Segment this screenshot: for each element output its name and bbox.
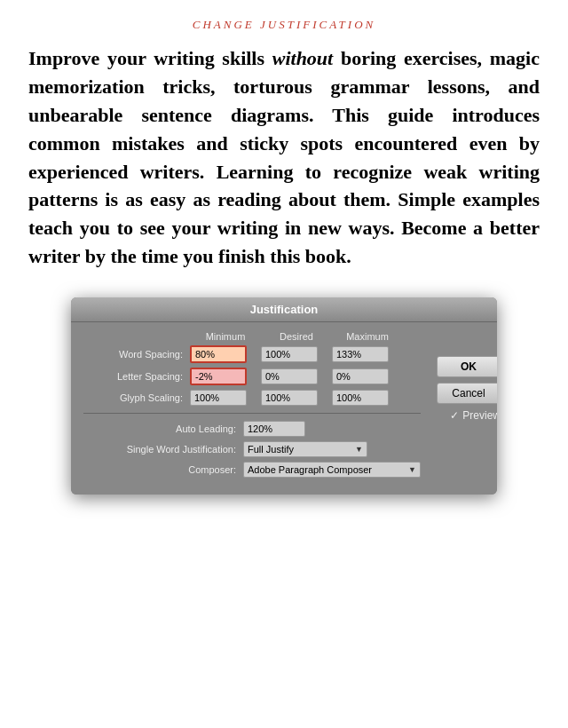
composer-select[interactable]: Adobe Paragraph Composer ▼: [243, 462, 421, 478]
italic-word: without: [272, 47, 333, 69]
glyph-scaling-min[interactable]: [190, 390, 247, 406]
col-min-label: Minimum: [190, 331, 261, 342]
col-max-label: Maximum: [332, 331, 403, 342]
word-spacing-min[interactable]: [190, 345, 247, 363]
composer-value: Adobe Paragraph Composer: [248, 464, 372, 475]
dropdown-arrow-composer-icon: ▼: [408, 465, 416, 474]
auto-leading-row: Auto Leading:: [83, 421, 421, 437]
cancel-button[interactable]: Cancel: [437, 383, 497, 404]
letter-spacing-desired[interactable]: [261, 368, 318, 384]
auto-leading-value[interactable]: [243, 421, 305, 437]
dropdown-arrow-icon: ▼: [355, 445, 363, 454]
glyph-scaling-row: Glyph Scaling:: [83, 390, 421, 406]
justification-dialog: Justification Minimum Desired Maximum Wo…: [71, 297, 497, 495]
glyph-scaling-label: Glyph Scaling:: [83, 392, 190, 403]
letter-spacing-label: Letter Spacing:: [83, 371, 190, 382]
letter-spacing-max[interactable]: [332, 368, 389, 384]
col-desired-label: Desired: [261, 331, 332, 342]
glyph-scaling-desired[interactable]: [261, 390, 318, 406]
word-spacing-desired[interactable]: [261, 346, 318, 362]
column-headers: Minimum Desired Maximum: [83, 331, 421, 342]
body-text: Improve your writing skills without bori…: [27, 44, 541, 271]
single-word-row: Single Word Justification: Full Justify …: [83, 441, 421, 457]
preview-label[interactable]: Preview: [462, 409, 497, 422]
dialog-left-panel: Minimum Desired Maximum Word Spacing: Le…: [83, 331, 421, 482]
word-spacing-max[interactable]: [332, 346, 389, 362]
preview-checkmark-icon: ✓: [450, 409, 459, 422]
letter-spacing-min[interactable]: [190, 368, 247, 385]
separator: [83, 413, 421, 414]
page: CHANGE JUSTIFICATION Improve your writin…: [0, 0, 568, 728]
col-label-empty: [83, 331, 190, 342]
composer-label: Composer:: [83, 464, 243, 475]
glyph-scaling-max[interactable]: [332, 390, 389, 406]
composer-row: Composer: Adobe Paragraph Composer ▼: [83, 462, 421, 478]
dialog-body: Minimum Desired Maximum Word Spacing: Le…: [71, 322, 497, 495]
dialog-right-panel: OK Cancel ✓ Preview: [430, 331, 497, 482]
word-spacing-label: Word Spacing:: [83, 349, 190, 360]
page-title: CHANGE JUSTIFICATION: [27, 18, 541, 32]
single-word-value: Full Justify: [248, 444, 294, 455]
word-spacing-row: Word Spacing:: [83, 345, 421, 363]
single-word-select[interactable]: Full Justify ▼: [243, 441, 367, 457]
single-word-label: Single Word Justification:: [83, 444, 243, 455]
letter-spacing-row: Letter Spacing:: [83, 368, 421, 385]
ok-button[interactable]: OK: [437, 356, 497, 377]
preview-row: ✓ Preview: [450, 409, 497, 422]
dialog-title: Justification: [71, 297, 497, 322]
dialog-area: Justification Minimum Desired Maximum Wo…: [27, 297, 541, 495]
auto-leading-label: Auto Leading:: [83, 423, 243, 434]
